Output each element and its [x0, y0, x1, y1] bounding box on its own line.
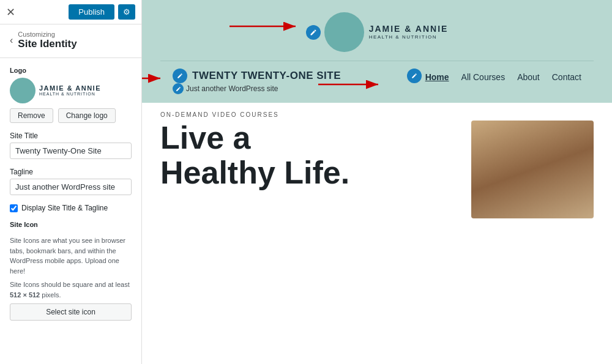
- remove-logo-button[interactable]: Remove: [10, 108, 53, 123]
- nav-edit-area: Home All Courses About Contact: [407, 69, 581, 83]
- site-title-group: Site Title: [10, 132, 132, 159]
- right-preview: JAMIE & ANNIE HEALTH & NUTRITION: [142, 0, 612, 364]
- nav-about[interactable]: About: [517, 72, 540, 82]
- nav-site-row: TWENTY TWENTY-ONE SITE Just another Word…: [160, 66, 594, 97]
- site-title-edit-dot[interactable]: [173, 69, 187, 83]
- breadcrumb-area: ‹ Customizing Site Identity: [0, 24, 141, 58]
- preview-logo-name: JAMIE & ANNIE: [369, 24, 449, 34]
- logo-name-text: JAMIE & ANNIE: [39, 84, 101, 92]
- site-icon-desc1: Site Icons are what you see in browser t…: [10, 236, 132, 276]
- top-bar: ✕ Publish ⚙: [0, 0, 141, 24]
- separator-line: [160, 61, 594, 61]
- display-checkbox-label: Display Site Title & Tagline: [21, 204, 108, 212]
- site-title-label: Site Title: [10, 132, 132, 140]
- preview-header: JAMIE & ANNIE HEALTH & NUTRITION: [142, 0, 612, 103]
- nav-edit-dot[interactable]: [407, 69, 422, 83]
- change-logo-button[interactable]: Change logo: [58, 108, 116, 123]
- preview-tagline-text: Just another WordPress site: [186, 84, 278, 93]
- publish-area: Publish ⚙: [69, 4, 135, 20]
- display-checkbox[interactable]: [10, 204, 18, 212]
- preview-logo-circle: [324, 12, 364, 52]
- logo-btn-row: Remove Change logo: [10, 108, 132, 123]
- hero-area: Live a Healthy Life.: [142, 121, 612, 218]
- logo-sub-text: HEALTH & NUTRITION: [39, 92, 101, 97]
- tagline-group: Tagline: [10, 168, 132, 195]
- logo-edit-dot[interactable]: [306, 25, 321, 40]
- breadcrumb-current: Site Identity: [18, 38, 76, 50]
- tagline-label: Tagline: [10, 168, 132, 176]
- preview-tagline: Just another WordPress site: [173, 83, 341, 94]
- tagline-edit-dot[interactable]: [173, 83, 184, 94]
- close-icon[interactable]: ✕: [6, 6, 15, 19]
- gear-button[interactable]: ⚙: [118, 4, 135, 20]
- logo-section: Logo JAMIE & ANNIE HEALTH & NUTRITION Re…: [10, 67, 132, 123]
- logo-circle: [10, 78, 35, 103]
- logo-text-block: JAMIE & ANNIE HEALTH & NUTRITION: [39, 84, 101, 97]
- breadcrumb-stack: Customizing Site Identity: [18, 31, 76, 50]
- panel-content: Logo JAMIE & ANNIE HEALTH & NUTRITION Re…: [0, 58, 141, 329]
- site-icon-desc2: Site Icons should be square and at least…: [10, 280, 132, 300]
- publish-button[interactable]: Publish: [69, 4, 114, 20]
- nav-links: Home All Courses About Contact: [425, 70, 581, 82]
- left-panel: ✕ Publish ⚙ ‹ Customizing Site Identity …: [0, 0, 142, 364]
- site-icon-label: Site Icon: [10, 221, 132, 228]
- select-site-icon-button[interactable]: Select site icon: [10, 303, 132, 321]
- site-icon-section: Site Icon Site Icons are what you see in…: [10, 221, 132, 321]
- red-arrow-sitetitle: [142, 71, 168, 86]
- nav-all-courses[interactable]: All Courses: [461, 72, 506, 82]
- back-arrow-icon[interactable]: ‹: [10, 35, 13, 46]
- hero-image: [471, 121, 594, 218]
- on-demand-label: ON-DEMAND VIDEO COURSES: [142, 103, 612, 121]
- display-checkbox-row: Display Site Title & Tagline: [10, 204, 132, 212]
- preview-content: ON-DEMAND VIDEO COURSES Live a Healthy L…: [142, 103, 612, 364]
- hero-heading: Live a Healthy Life.: [160, 121, 459, 190]
- site-title-row: TWENTY TWENTY-ONE SITE: [173, 69, 341, 83]
- logo-preview: JAMIE & ANNIE HEALTH & NUTRITION: [10, 78, 132, 103]
- logo-label: Logo: [10, 67, 132, 74]
- breadcrumb-parent: Customizing: [18, 31, 76, 38]
- red-arrow-nav: [318, 77, 386, 92]
- red-arrow-logo: [230, 17, 303, 35]
- tagline-input[interactable]: [10, 179, 132, 195]
- nav-contact[interactable]: Contact: [552, 72, 581, 82]
- site-title-input[interactable]: [10, 143, 132, 159]
- preview-logo-text: JAMIE & ANNIE HEALTH & NUTRITION: [369, 24, 449, 40]
- nav-home[interactable]: Home: [425, 72, 449, 82]
- site-title-area: TWENTY TWENTY-ONE SITE Just another Word…: [173, 69, 341, 94]
- hero-image-inner: [471, 121, 594, 218]
- preview-logo-sub: HEALTH & NUTRITION: [369, 34, 449, 40]
- hero-text: Live a Healthy Life.: [160, 121, 459, 190]
